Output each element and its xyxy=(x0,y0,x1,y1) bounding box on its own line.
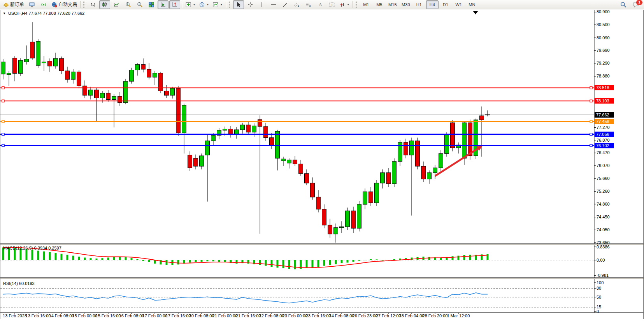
chevron-down-icon[interactable]: ▼ xyxy=(3,12,6,15)
market-watch-button[interactable] xyxy=(26,0,37,9)
fibonacci-icon: F xyxy=(305,2,311,7)
main-chart-pane[interactable] xyxy=(0,10,594,244)
chart-caption: ▼ USOil-,H4 77.674 77.808 77.620 77.662 xyxy=(3,11,84,16)
tf-h4-label: H4 xyxy=(430,2,435,7)
label-tool-button[interactable]: T xyxy=(326,0,337,9)
zoom-in-button[interactable] xyxy=(123,0,133,9)
horizontal-line-icon xyxy=(271,2,276,7)
level-anchor-handle[interactable] xyxy=(2,133,4,135)
candle-body xyxy=(305,174,309,183)
periods-button[interactable]: ▼ xyxy=(198,0,211,9)
channel-tool-button[interactable]: E xyxy=(291,0,302,9)
rsi-indicator-label: RSI(14) 60.0193 xyxy=(3,281,35,286)
auto-trading-icon xyxy=(51,2,57,7)
macd-bar xyxy=(37,251,39,260)
zoom-out-button[interactable] xyxy=(134,0,145,9)
chevron-down-icon[interactable]: ▼ xyxy=(220,4,223,6)
level-anchor-handle[interactable] xyxy=(2,86,4,89)
macd-bar xyxy=(341,260,343,263)
candle-body xyxy=(229,129,233,134)
candle-body xyxy=(30,42,35,58)
new-order-button[interactable]: 新订单 xyxy=(2,0,26,9)
candle-body xyxy=(439,153,443,168)
search-button[interactable] xyxy=(619,0,628,9)
auto-scroll-button[interactable] xyxy=(158,0,168,9)
chart-shift-button[interactable] xyxy=(169,0,180,9)
auto-trading-button[interactable]: 自动交易 xyxy=(50,0,79,9)
tf-d1-label: D1 xyxy=(443,2,448,7)
horizontal-line-tool-button[interactable] xyxy=(268,0,279,9)
vertical-line-tool-button[interactable] xyxy=(256,0,267,9)
candle-body xyxy=(369,192,373,203)
tf-mn-button[interactable]: MN xyxy=(466,0,478,9)
toolbar-grip[interactable] xyxy=(229,2,231,8)
tf-h1-button[interactable]: H1 xyxy=(413,0,425,9)
level-anchor-handle[interactable] xyxy=(2,144,4,147)
price-axis-label: 80.900 xyxy=(597,9,610,14)
time-axis-label: 28 Feb 04:00 xyxy=(399,313,425,318)
tf-m1-button[interactable]: M1 xyxy=(360,0,372,9)
line-chart-mode-button[interactable] xyxy=(111,0,122,9)
macd-indicator-label: MACD(12,26,9) 0.3934 0.2597 xyxy=(3,246,61,250)
pane-splitter[interactable] xyxy=(0,278,644,279)
fibonacci-tool-button[interactable]: F xyxy=(303,0,314,9)
time-axis-label: 16 Feb 08:00 xyxy=(119,313,144,318)
macd-bar xyxy=(283,260,284,268)
data-signal-button[interactable] xyxy=(38,0,49,9)
tf-m30-button[interactable]: M30 xyxy=(400,0,412,9)
chevron-down-icon[interactable]: ▼ xyxy=(347,4,349,6)
tf-w1-button[interactable]: W1 xyxy=(453,0,465,9)
candle-body xyxy=(7,73,11,75)
arrows-tool-button[interactable]: ▼ xyxy=(338,0,351,9)
macd-bar xyxy=(487,254,489,260)
level-anchor-handle[interactable] xyxy=(590,120,592,123)
level-anchor-handle[interactable] xyxy=(590,144,592,147)
notifications-button[interactable]: 1 xyxy=(632,0,640,9)
toolbar-grip[interactable] xyxy=(83,2,86,8)
level-anchor-handle[interactable] xyxy=(590,86,592,89)
candle-body xyxy=(246,125,251,132)
label-icon: T xyxy=(329,2,335,7)
tf-m5-button[interactable]: M5 xyxy=(373,0,386,9)
tf-d1-button[interactable]: D1 xyxy=(439,0,452,9)
macd-histogram xyxy=(2,247,489,269)
templates-icon xyxy=(213,2,218,7)
pane-splitter[interactable] xyxy=(0,244,644,245)
tf-h4-button[interactable]: H4 xyxy=(426,0,439,9)
macd-bar xyxy=(271,260,273,267)
price-axis-label: 74.450 xyxy=(597,215,610,220)
crosshair-tool-button[interactable] xyxy=(245,0,256,9)
indicators-button[interactable]: ▼ xyxy=(184,0,197,9)
chart-canvas[interactable] xyxy=(0,0,644,322)
templates-button[interactable]: ▼ xyxy=(211,0,224,9)
price-level-badge: 78.103 xyxy=(595,98,614,104)
cursor-tool-button[interactable] xyxy=(233,0,244,9)
tile-windows-button[interactable] xyxy=(146,0,157,9)
bar-chart-mode-button[interactable] xyxy=(88,0,98,9)
chevron-down-icon[interactable]: ▼ xyxy=(207,4,209,6)
price-axis-label: 75.660 xyxy=(597,176,610,181)
candlestick-mode-button[interactable] xyxy=(99,0,110,9)
trendline-tool-button[interactable] xyxy=(280,0,291,9)
chevron-down-icon[interactable]: ▼ xyxy=(193,4,195,6)
text-tool-button[interactable]: A xyxy=(315,0,326,9)
time-axis-label: 23 Feb 16:00 xyxy=(306,313,331,318)
price-axis-label: 80.500 xyxy=(597,22,610,27)
level-anchor-handle[interactable] xyxy=(590,100,592,102)
macd-bar xyxy=(154,260,156,264)
level-anchor-handle[interactable] xyxy=(2,100,4,102)
toolbar-grip[interactable] xyxy=(356,2,358,8)
new-order-label: 新订单 xyxy=(10,1,24,8)
candle-body xyxy=(445,134,449,153)
candle-body xyxy=(235,130,239,134)
macd-bar xyxy=(452,256,454,260)
level-anchor-handle[interactable] xyxy=(590,133,592,135)
indicators-icon xyxy=(186,2,191,7)
level-anchor-handle[interactable] xyxy=(2,120,4,123)
tf-m15-button[interactable]: M15 xyxy=(386,0,399,9)
candle-body xyxy=(386,172,391,184)
macd-bar xyxy=(370,259,372,260)
time-axis-label: 20 Feb 08:00 xyxy=(189,313,214,318)
new-order-icon xyxy=(3,2,9,7)
price-axis-label: 79.290 xyxy=(597,61,610,66)
